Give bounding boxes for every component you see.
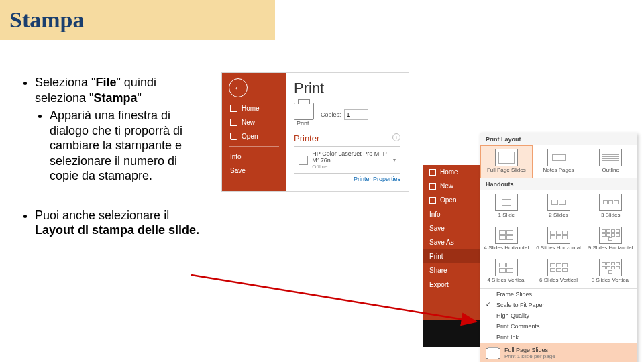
nav2-save[interactable]: Save bbox=[423, 221, 480, 235]
section-print-layout: Print Layout bbox=[480, 133, 637, 145]
rail-bottom-strip bbox=[423, 320, 480, 347]
new-icon bbox=[230, 119, 237, 126]
current-full-page-slides[interactable]: Full Page SlidesPrint 1 slide per page bbox=[480, 343, 637, 362]
backstage-nav: ← Home New Open Info Save bbox=[222, 73, 286, 191]
nav2-print[interactable]: Print bbox=[423, 249, 480, 263]
nav-icon bbox=[429, 169, 436, 176]
nav-save[interactable]: Save bbox=[222, 164, 286, 178]
layout-dropdown-screenshot: HomeNewOpenInfoSaveSave AsPrintShareExpo… bbox=[423, 133, 637, 357]
layout-6-slides-vertical[interactable]: 6 Slides Vertical bbox=[533, 255, 585, 288]
slide-text: Seleziona "File" quindi seleziona "Stamp… bbox=[20, 75, 201, 242]
layout-9-slides-horizontal[interactable]: 9 Slides Horizontal bbox=[584, 223, 637, 256]
nav2-open[interactable]: Open bbox=[423, 193, 480, 207]
bullet-2: Puoi anche selezionare il Layout di stam… bbox=[35, 208, 201, 238]
sub-bullet-1: Apparià una finestra di dialogo che ti p… bbox=[50, 108, 201, 184]
opt-print-ink[interactable]: Print Ink bbox=[480, 332, 637, 343]
open-icon bbox=[230, 133, 237, 140]
copies-label: Copies: bbox=[321, 111, 341, 118]
layout-notes-pages[interactable]: Notes Pages bbox=[533, 145, 585, 178]
section-handouts: Handouts bbox=[480, 178, 637, 190]
layout-6-slides-horizontal[interactable]: 6 Slides Horizontal bbox=[533, 223, 585, 256]
opt-print-comments[interactable]: Print Comments bbox=[480, 321, 637, 332]
nav2-export[interactable]: Export bbox=[423, 278, 480, 292]
printer-icon bbox=[299, 156, 308, 165]
nav2-home[interactable]: Home bbox=[423, 165, 480, 179]
slide-title-bar: Stampa bbox=[0, 0, 275, 40]
layout-full-page-slides[interactable]: Full Page Slides bbox=[480, 145, 533, 178]
printer-section-title: Printeri bbox=[294, 133, 400, 143]
print-button-icon[interactable] bbox=[294, 103, 314, 120]
slide-title: Stampa bbox=[9, 7, 84, 33]
nav-info[interactable]: Info bbox=[222, 149, 286, 164]
copies-input[interactable]: 1 bbox=[344, 109, 368, 120]
layout-9-slides-vertical[interactable]: 9 Slides Vertical bbox=[584, 255, 637, 288]
nav2-new[interactable]: New bbox=[423, 179, 480, 193]
info-icon[interactable]: i bbox=[392, 133, 400, 141]
nav-new[interactable]: New bbox=[222, 115, 286, 129]
layout-2-slides[interactable]: 2 Slides bbox=[533, 190, 585, 223]
nav-open[interactable]: Open bbox=[222, 129, 286, 143]
opt-frame-slides[interactable]: Frame Slides bbox=[480, 289, 637, 300]
layout-4-slides-horizontal[interactable]: 4 Slides Horizontal bbox=[480, 223, 533, 256]
layout-3-slides[interactable]: 3 Slides bbox=[584, 190, 637, 223]
opt-scale-to-fit-paper[interactable]: ✓Scale to Fit Paper bbox=[480, 300, 637, 310]
nav-icon bbox=[429, 183, 436, 190]
printer-properties-link[interactable]: Printer Properties bbox=[294, 176, 400, 182]
layout-dropdown: Print Layout Full Page SlidesNotes Pages… bbox=[480, 133, 637, 362]
layout-4-slides-vertical[interactable]: 4 Slides Vertical bbox=[480, 255, 533, 288]
nav2-save-as[interactable]: Save As bbox=[423, 235, 480, 249]
layout-1-slide[interactable]: 1 Slide bbox=[480, 190, 533, 223]
backstage-nav-2: HomeNewOpenInfoSaveSave AsPrintShareExpo… bbox=[423, 165, 480, 347]
nav2-share[interactable]: Share bbox=[423, 263, 480, 278]
nav-home[interactable]: Home bbox=[222, 101, 286, 115]
back-icon[interactable]: ← bbox=[229, 78, 248, 97]
printer-selector[interactable]: HP Color LaserJet Pro MFP M176nOffline ▾ bbox=[294, 146, 400, 174]
print-button-label: Print bbox=[297, 120, 314, 127]
bullet-1: Seleziona "File" quindi seleziona "Stamp… bbox=[35, 75, 201, 184]
opt-high-quality[interactable]: High Quality bbox=[480, 310, 637, 321]
nav-icon bbox=[429, 197, 436, 204]
layout-outline[interactable]: Outline bbox=[584, 145, 637, 178]
home-icon bbox=[230, 105, 237, 112]
print-heading: Print bbox=[294, 80, 400, 97]
check-icon: ✓ bbox=[486, 301, 491, 308]
nav2-info[interactable]: Info bbox=[423, 207, 480, 221]
chevron-down-icon: ▾ bbox=[393, 157, 396, 163]
print-backstage-screenshot: ← Home New Open Info Save Print Print Co… bbox=[221, 72, 409, 192]
